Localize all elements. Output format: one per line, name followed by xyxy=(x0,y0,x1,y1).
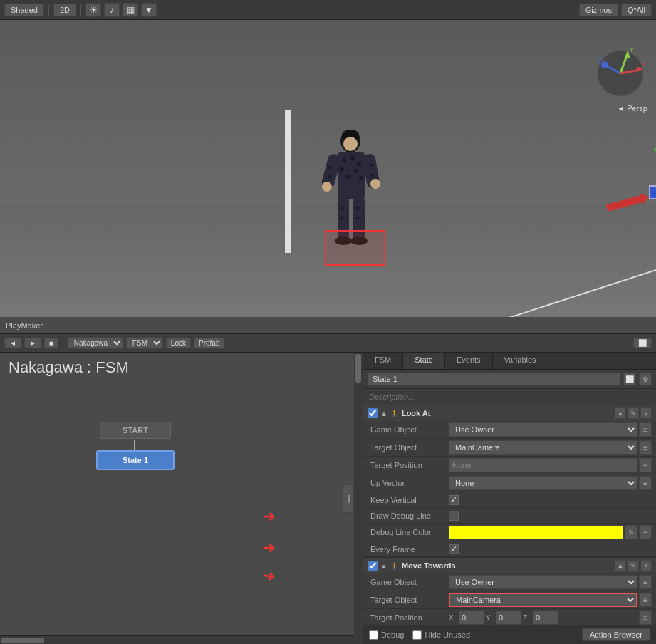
debug-color-edit-btn[interactable]: ✎ xyxy=(625,525,637,539)
look-at-draw-debug-label: Draw Debug Line xyxy=(370,511,449,520)
look-at-target-position-input[interactable] xyxy=(449,458,637,472)
hide-unused-label: Hide Unused xyxy=(425,630,470,639)
look-at-up-btn[interactable]: ▲ xyxy=(615,407,626,419)
move-target-object-menu[interactable]: ≡ xyxy=(639,593,652,607)
move-towards-edit-btn[interactable]: ✎ xyxy=(628,560,639,571)
look-at-target-position-row: Target Position ≡ xyxy=(363,457,656,474)
image-icon-btn[interactable]: ▦ xyxy=(123,3,138,17)
debug-check-group: Debug Hide Unused xyxy=(369,630,470,640)
look-at-game-object-label: Game Object xyxy=(370,425,449,434)
svg-point-17 xyxy=(370,179,380,189)
move-target-object-select[interactable]: MainCamera xyxy=(449,593,637,607)
move-game-object-value: Use Owner ≡ xyxy=(449,575,652,589)
look-at-target-object-label: Target Object xyxy=(370,443,449,452)
scene-area[interactable]: Y X Z ◄ Persp xyxy=(0,20,656,317)
z-input[interactable] xyxy=(533,611,558,625)
separator-1 xyxy=(48,4,49,16)
tab-variables[interactable]: Variables xyxy=(493,353,548,369)
nav-stop-btn[interactable]: ■ xyxy=(44,338,58,348)
look-at-game-object-select[interactable]: Use Owner xyxy=(449,422,637,437)
look-at-every-frame-row: Every Frame ✓ xyxy=(363,541,656,557)
svg-point-6 xyxy=(340,167,344,172)
look-at-up-vector-menu[interactable]: ≡ xyxy=(639,476,652,490)
action-browser-btn[interactable]: Action Browser xyxy=(582,628,650,641)
tab-state[interactable]: State xyxy=(403,353,445,369)
look-at-keep-vertical-check[interactable]: ✓ xyxy=(449,495,459,505)
fsm-scrollbar[interactable] xyxy=(354,353,363,644)
look-at-header[interactable]: ▲ 🚶 Look At ▲ ✎ ≡ xyxy=(363,405,656,421)
inspector-tabs: FSM State Events Variables xyxy=(363,353,656,370)
state-settings-btn[interactable]: ⬜ xyxy=(623,373,636,385)
look-at-checkbox[interactable] xyxy=(368,408,378,418)
state-header: ⬜ ⚙ xyxy=(363,370,656,389)
move-game-object-menu[interactable]: ≡ xyxy=(639,575,652,589)
mode-2d-btn[interactable]: 2D xyxy=(53,4,76,16)
state-name-input[interactable] xyxy=(368,373,620,385)
svg-point-22 xyxy=(370,174,374,177)
x-input[interactable] xyxy=(459,611,484,625)
gizmos-btn[interactable]: Gizmos xyxy=(579,4,618,16)
playmaker-header: PlayMaker xyxy=(0,317,656,334)
collapse-btn[interactable]: ⬜ xyxy=(633,338,652,348)
move-target-object-row: Target Object MainCamera ≡ xyxy=(363,591,656,609)
look-at-debug-color-row: Debug Line Color ✎ ≡ xyxy=(363,524,656,541)
look-at-keep-vertical-label: Keep Vertical xyxy=(370,496,449,504)
svg-text:Y: Y xyxy=(630,46,634,53)
svg-point-7 xyxy=(354,169,358,173)
look-at-every-frame-check[interactable]: ✓ xyxy=(449,544,459,554)
move-towards-header-btns: ▲ ✎ ≡ xyxy=(615,560,652,571)
fsm-bottom-scrollbar[interactable] xyxy=(0,635,354,644)
look-at-every-frame-value: ✓ xyxy=(449,544,652,554)
state-gear-btn[interactable]: ⚙ xyxy=(639,373,652,385)
description-input[interactable] xyxy=(368,391,652,402)
tab-fsm[interactable]: FSM xyxy=(363,353,403,369)
hide-unused-checkbox[interactable] xyxy=(412,630,422,640)
more-icon-btn[interactable]: ▼ xyxy=(141,3,157,17)
fsm-panel[interactable]: Nakagawa : FSM START State 1 xyxy=(0,353,363,644)
look-at-up-vector-select[interactable]: None xyxy=(449,476,637,490)
move-towards-title: Move Towards xyxy=(402,561,612,570)
move-towards-checkbox[interactable] xyxy=(368,561,378,571)
debug-color-swatch[interactable] xyxy=(449,525,623,539)
prefab-btn[interactable]: Prefab xyxy=(194,338,224,348)
look-at-target-object-menu[interactable]: ≡ xyxy=(639,440,652,455)
shading-dropdown[interactable]: Shaded xyxy=(4,4,44,16)
look-at-draw-debug-check[interactable] xyxy=(449,511,459,521)
search-all-btn[interactable]: Q*All xyxy=(621,4,652,16)
move-target-pos-menu[interactable]: ≡ xyxy=(639,611,652,625)
look-at-target-position-menu[interactable]: ≡ xyxy=(639,458,652,472)
move-target-object-label: Target Object xyxy=(370,596,449,604)
move-game-object-select[interactable]: Use Owner xyxy=(449,575,637,589)
move-towards-up-btn[interactable]: ▲ xyxy=(615,560,626,571)
look-at-target-object-select[interactable]: MainCamera xyxy=(449,440,637,455)
panel-resize-handle[interactable]: ▐ xyxy=(343,484,354,513)
look-at-game-object-menu[interactable]: ≡ xyxy=(639,422,652,437)
x-label: X xyxy=(449,614,457,622)
fsm-nodes: START State 1 xyxy=(0,383,363,644)
move-target-position-label: Target Position xyxy=(370,613,449,622)
look-at-up-vector-value: None ≡ xyxy=(449,476,652,490)
sun-icon-btn[interactable]: ☀ xyxy=(85,3,101,17)
object-select[interactable]: Nakagawa xyxy=(68,337,123,349)
xyz-group: X Y Z xyxy=(449,611,637,625)
look-at-draw-debug-value xyxy=(449,511,652,521)
tab-events[interactable]: Events xyxy=(445,353,493,369)
nav-prev-btn[interactable]: ◄ xyxy=(4,338,21,348)
debug-label: Debug xyxy=(381,630,404,639)
lock-btn[interactable]: Lock xyxy=(166,338,191,348)
audio-icon-btn[interactable]: ♪ xyxy=(104,3,120,17)
svg-point-5 xyxy=(357,162,361,166)
look-at-menu-btn[interactable]: ≡ xyxy=(640,407,652,419)
debug-checkbox[interactable] xyxy=(369,630,378,640)
y-input[interactable] xyxy=(496,611,521,625)
debug-color-menu[interactable]: ≡ xyxy=(639,525,652,539)
look-at-edit-btn[interactable]: ✎ xyxy=(628,407,639,419)
fsm-select[interactable]: FSM xyxy=(126,337,163,349)
inspector-scroll[interactable]: ▲ 🚶 Look At ▲ ✎ ≡ Game Object xyxy=(363,405,656,625)
move-towards-header[interactable]: ▲ 🚶 Move Towards ▲ ✎ ≡ xyxy=(363,558,656,573)
move-towards-menu-btn[interactable]: ≡ xyxy=(640,560,652,571)
nav-play-btn[interactable]: ► xyxy=(24,338,41,348)
state1-node[interactable]: State 1 xyxy=(96,450,175,470)
move-towards-content: Game Object Use Owner ≡ Target Object xyxy=(363,573,656,625)
look-at-target-object-row: Target Object MainCamera ≡ xyxy=(363,439,656,457)
